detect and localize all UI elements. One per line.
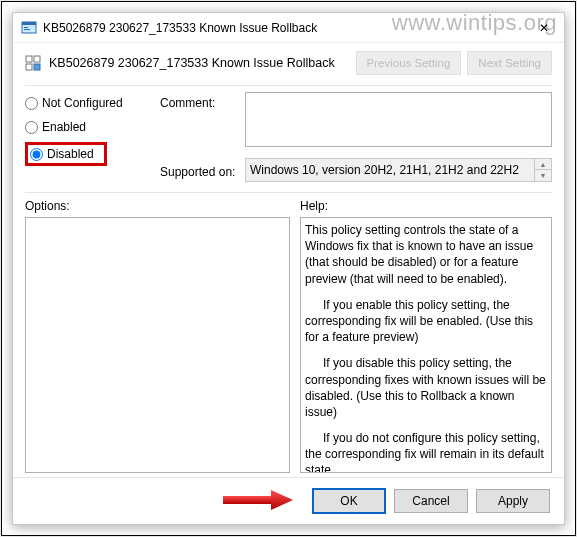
state-radios: Not Configured Enabled Disabled <box>25 92 160 166</box>
apply-button[interactable]: Apply <box>476 489 550 513</box>
help-paragraph: If you do not configure this policy sett… <box>305 430 547 473</box>
radio-disabled[interactable]: Disabled <box>30 147 94 161</box>
radio-enabled-input[interactable] <box>25 121 38 134</box>
config-row: Not Configured Enabled Disabled Comment: <box>13 88 564 186</box>
help-paragraph: If you enable this policy setting, the c… <box>305 297 547 346</box>
ok-button[interactable]: OK <box>312 488 386 514</box>
help-paragraph: If you disable this policy setting, the … <box>305 355 547 420</box>
watermark-text: www.wintips.org <box>392 10 557 36</box>
help-panel[interactable]: This policy setting controls the state o… <box>300 217 552 473</box>
radio-not-configured-label: Not Configured <box>42 96 123 110</box>
svg-rect-6 <box>26 64 32 70</box>
svg-rect-5 <box>34 56 40 62</box>
separator <box>25 192 552 193</box>
options-panel[interactable] <box>25 217 290 473</box>
radio-disabled-input[interactable] <box>30 148 43 161</box>
cancel-button[interactable]: Cancel <box>394 489 468 513</box>
policy-title: KB5026879 230627_173533 Known Issue Roll… <box>49 56 348 70</box>
header-row: KB5026879 230627_173533 Known Issue Roll… <box>13 43 564 79</box>
help-paragraph: This policy setting controls the state o… <box>305 222 547 287</box>
radio-disabled-label: Disabled <box>47 147 94 161</box>
radio-enabled[interactable]: Enabled <box>25 120 160 134</box>
separator <box>25 85 552 86</box>
previous-setting-button: Previous Setting <box>356 51 462 75</box>
svg-rect-3 <box>24 29 30 30</box>
radio-enabled-label: Enabled <box>42 120 86 134</box>
comment-input[interactable] <box>245 92 552 147</box>
disabled-highlight: Disabled <box>25 142 107 166</box>
chevron-up-icon[interactable]: ▲ <box>535 159 551 170</box>
svg-rect-2 <box>24 27 28 28</box>
svg-rect-4 <box>26 56 32 62</box>
body-columns: Options: Help: This policy setting contr… <box>13 195 564 477</box>
radio-not-configured[interactable]: Not Configured <box>25 96 160 110</box>
policy-icon <box>25 55 41 71</box>
arrow-annotation-icon <box>223 488 293 512</box>
supported-label: Supported on: <box>160 161 245 179</box>
help-label: Help: <box>300 199 552 213</box>
svg-rect-7 <box>34 64 40 70</box>
svg-marker-9 <box>271 490 293 510</box>
options-label: Options: <box>25 199 290 213</box>
comment-box <box>245 92 552 150</box>
svg-rect-8 <box>223 496 271 504</box>
app-icon <box>21 20 37 36</box>
comment-label: Comment: <box>160 92 245 150</box>
svg-rect-1 <box>22 22 36 25</box>
footer: OK Cancel Apply <box>13 477 564 524</box>
radio-not-configured-input[interactable] <box>25 97 38 110</box>
chevron-down-icon[interactable]: ▼ <box>535 170 551 181</box>
dialog-window: KB5026879 230627_173533 Known Issue Roll… <box>12 12 565 525</box>
next-setting-button: Next Setting <box>467 51 552 75</box>
supported-spinner[interactable]: ▲ ▼ <box>535 158 552 182</box>
supported-on-field <box>245 158 535 182</box>
